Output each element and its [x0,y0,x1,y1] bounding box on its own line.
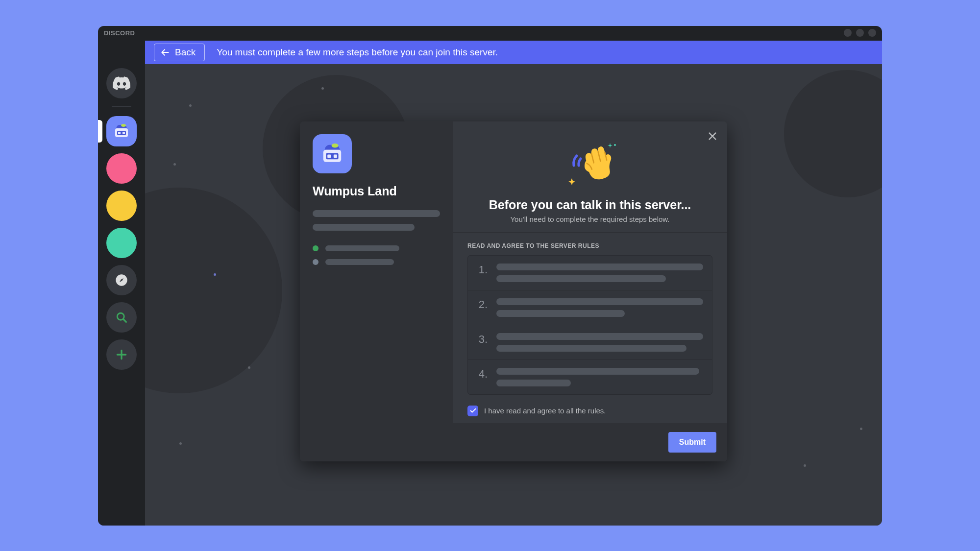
placeholder-line [496,275,666,282]
rules-box[interactable]: 1. 2. [467,255,712,395]
window-controls [844,29,876,37]
rules-section: READ AND AGREE TO THE SERVER RULES 1. [453,233,727,399]
wave-hand-icon [563,138,617,187]
status-members [313,259,440,265]
svg-point-12 [332,144,339,147]
offline-dot-icon [313,259,318,265]
placeholder-line [313,224,415,231]
placeholder-line [313,210,440,217]
agree-checkbox[interactable] [467,406,478,416]
wumpus-server-icon [112,121,131,141]
status-online [313,245,440,251]
placeholder-line [496,310,625,317]
svg-point-13 [614,144,616,146]
server-item-yellow[interactable] [106,191,137,221]
agree-row: I have read and agree to all the rules. [453,399,727,423]
discord-logo-icon [113,76,130,90]
app-window: DISCORD [98,26,882,526]
rule-row: 2. [468,290,712,325]
close-icon [707,131,718,142]
wumpus-server-icon [318,140,346,168]
explore-button[interactable] [106,265,137,295]
submit-button[interactable]: Submit [668,432,716,453]
online-dot-icon [313,245,318,251]
brand-label: DISCORD [104,29,135,37]
add-server-button[interactable] [106,339,137,370]
server-selected[interactable] [106,116,137,146]
placeholder-line [496,368,699,375]
rule-number: 1. [477,264,488,282]
placeholder-line [496,264,703,270]
placeholder-line [325,259,394,265]
svg-point-4 [121,124,126,127]
wave-illustration [563,138,617,189]
modal-title: Before you can talk in this server... [467,198,712,212]
svg-rect-2 [118,132,121,134]
svg-rect-10 [327,154,331,158]
app-body: Back You must complete a few more steps … [98,41,882,526]
svg-rect-3 [122,132,125,134]
svg-line-7 [123,319,126,322]
rule-number: 2. [477,298,488,317]
main-content: Back You must complete a few more steps … [145,41,882,526]
server-rail [98,41,145,526]
rule-row: 4. [468,360,712,394]
selection-indicator [98,120,102,143]
agree-label: I have read and agree to all the rules. [484,407,606,415]
server-avatar [313,134,352,173]
rule-number: 4. [477,368,488,386]
window-control-close[interactable] [868,29,876,37]
rules-header: READ AND AGREE TO THE SERVER RULES [467,242,712,249]
modal-hero: Before you can talk in this server... Yo… [453,121,727,233]
close-button[interactable] [706,129,719,143]
placeholder-line [496,380,571,386]
join-steps-banner: Back You must complete a few more steps … [145,41,882,64]
svg-rect-11 [334,154,337,158]
modal-server-info: Wumpus Land [300,121,453,461]
window-control-max[interactable] [856,29,864,37]
modal-subtitle: You'll need to complete the required ste… [467,215,712,223]
home-button[interactable] [106,68,137,98]
server-item-pink[interactable] [106,153,137,184]
search-servers-button[interactable] [106,302,137,333]
server-item-teal[interactable] [106,228,137,258]
placeholder-line [496,333,703,340]
rail-separator [112,106,131,107]
placeholder-line [496,345,686,352]
banner-message: You must complete a few more steps befor… [217,47,498,58]
back-button[interactable]: Back [154,44,205,61]
check-icon [469,407,477,414]
rule-row: 1. [468,256,712,290]
window-control-min[interactable] [844,29,852,37]
placeholder-line [325,245,399,251]
window-titlebar: DISCORD [98,26,882,41]
server-name: Wumpus Land [313,184,440,198]
modal-main: Before you can talk in this server... Yo… [453,121,727,461]
rule-number: 3. [477,333,488,352]
compass-icon [115,273,128,287]
arrow-left-icon [160,48,170,57]
search-icon [115,311,128,324]
back-label: Back [175,47,196,58]
plus-icon [115,348,128,361]
rule-row: 3. [468,325,712,360]
rules-modal: Wumpus Land [300,121,727,461]
modal-footer: Submit [453,423,727,461]
placeholder-line [496,298,703,305]
